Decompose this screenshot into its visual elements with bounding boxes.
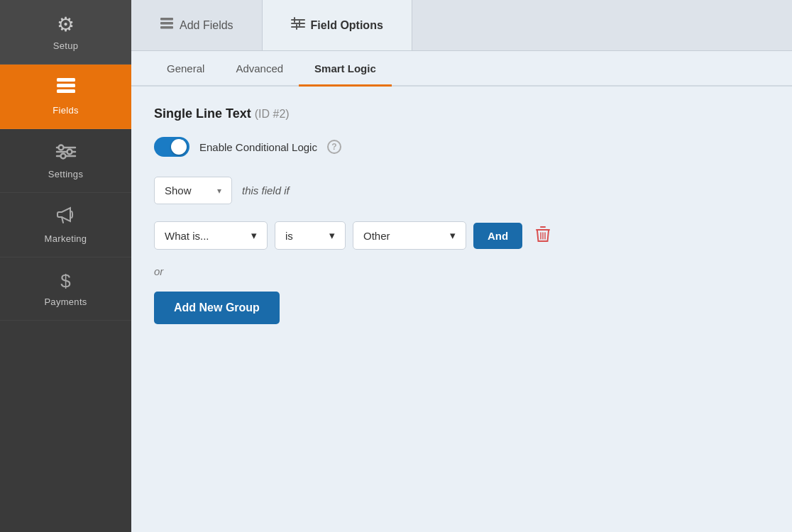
svg-point-7 (67, 150, 72, 155)
condition-field-value: What is... (165, 230, 209, 242)
tab-add-fields[interactable]: Add Fields (131, 0, 263, 50)
show-dropdown[interactable]: Show ▾ (154, 177, 232, 204)
sidebar-item-marketing[interactable]: Marketing (0, 193, 131, 257)
megaphone-icon (56, 206, 76, 229)
main-panel: Add Fields Field Options General (131, 0, 792, 532)
sub-tab-general-label: General (167, 62, 204, 74)
sidebar-item-settings[interactable]: Settings (0, 129, 131, 193)
sidebar-item-label-setup: Setup (53, 40, 78, 51)
field-title: Single Line Text (ID #2) (154, 106, 769, 121)
condition-field-dropdown[interactable]: What is... ▾ (154, 221, 268, 250)
sidebar-item-label-marketing: Marketing (45, 233, 87, 244)
trash-icon (535, 226, 551, 243)
sub-tabs: General Advanced Smart Logic (131, 51, 792, 87)
svg-rect-19 (540, 226, 546, 228)
svg-rect-1 (57, 84, 75, 87)
content-area: General Advanced Smart Logic Single Line… (131, 51, 792, 532)
sliders-icon (55, 142, 77, 165)
enable-conditional-logic-toggle[interactable] (154, 137, 189, 157)
tab-add-fields-label: Add Fields (180, 19, 233, 32)
field-id-label: (ID #2) (255, 108, 290, 120)
gear-icon: ⚙ (57, 13, 75, 36)
field-name: Single Line Text (154, 106, 251, 121)
tab-field-options-label: Field Options (311, 19, 383, 32)
show-dropdown-value: Show (165, 184, 192, 196)
conditional-logic-toggle-row: Enable Conditional Logic ? (154, 137, 769, 157)
sidebar-item-label-fields: Fields (53, 105, 78, 116)
condition-operator-dropdown[interactable]: is ▾ (275, 221, 346, 250)
sidebar-item-label-payments: Payments (44, 297, 87, 307)
svg-point-6 (58, 145, 63, 150)
toggle-label: Enable Conditional Logic (199, 141, 317, 153)
show-row: Show ▾ this field if (154, 177, 769, 204)
svg-rect-10 (160, 22, 173, 25)
svg-point-8 (60, 154, 65, 159)
help-icon[interactable]: ? (327, 140, 341, 154)
add-fields-icon (160, 17, 174, 33)
condition-value-chevron: ▾ (450, 229, 456, 242)
sidebar-item-fields[interactable]: Fields (0, 65, 131, 129)
svg-rect-18 (536, 229, 550, 231)
field-options-icon (291, 17, 305, 33)
toggle-track (154, 137, 189, 157)
svg-rect-9 (160, 18, 173, 21)
sidebar: ⚙ Setup Fields Settings (0, 0, 131, 532)
field-if-text: this field if (242, 184, 290, 196)
add-new-group-button[interactable]: Add New Group (154, 292, 280, 324)
sidebar-item-setup[interactable]: ⚙ Setup (0, 0, 131, 65)
dollar-icon: $ (60, 270, 70, 292)
tab-field-options[interactable]: Field Options (263, 0, 412, 50)
svg-rect-11 (160, 26, 173, 29)
delete-condition-button[interactable] (529, 223, 556, 249)
sidebar-item-label-settings: Settings (48, 169, 83, 179)
condition-value-dropdown[interactable]: Other ▾ (353, 221, 466, 250)
toggle-thumb (171, 139, 187, 155)
or-text: or (154, 265, 769, 277)
condition-operator-chevron: ▾ (329, 229, 335, 242)
svg-rect-2 (57, 89, 75, 93)
condition-field-chevron: ▾ (251, 229, 257, 242)
panel-body: Single Line Text (ID #2) Enable Conditio… (131, 87, 792, 532)
add-new-group-label: Add New Group (174, 301, 260, 314)
svg-rect-0 (57, 78, 75, 82)
condition-value-value: Other (363, 230, 390, 242)
condition-operator-value: is (285, 230, 293, 242)
sub-tab-smart-logic-label: Smart Logic (314, 62, 376, 74)
top-tabs: Add Fields Field Options (131, 0, 792, 51)
sidebar-item-payments[interactable]: $ Payments (0, 257, 131, 321)
and-button[interactable]: And (473, 223, 522, 249)
show-dropdown-chevron: ▾ (217, 186, 221, 196)
sub-tab-advanced-label: Advanced (236, 62, 283, 74)
sub-tab-advanced[interactable]: Advanced (220, 51, 299, 87)
sub-tab-general[interactable]: General (151, 51, 220, 87)
fields-icon (56, 77, 76, 101)
and-button-label: And (488, 230, 508, 242)
sub-tab-smart-logic[interactable]: Smart Logic (299, 51, 392, 87)
condition-row: What is... ▾ is ▾ Other ▾ And (154, 221, 769, 250)
